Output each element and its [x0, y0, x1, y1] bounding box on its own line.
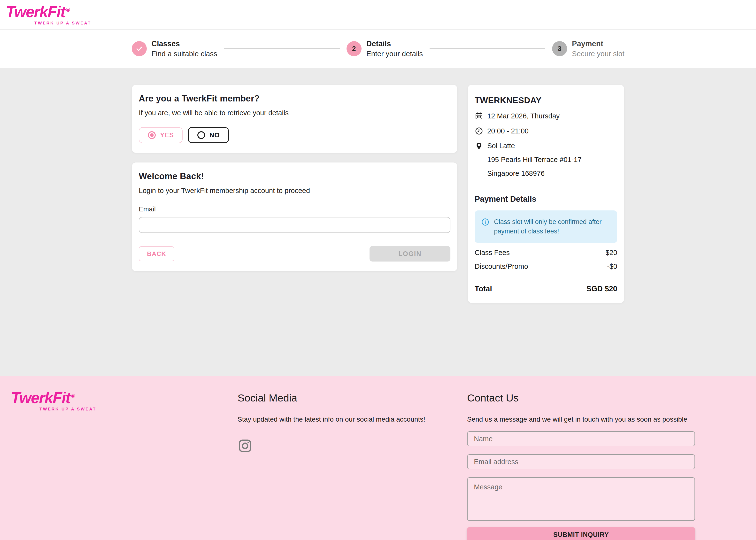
footer: TwerkFit® TWERK UP A SWEAT Social Media … — [0, 376, 756, 540]
registered-mark: ® — [66, 7, 69, 13]
progress-stepper: Classes Find a suitable class 2 Details … — [0, 30, 756, 68]
payment-details-heading: Payment Details — [475, 195, 617, 203]
payment-notice: Class slot will only be confirmed after … — [475, 210, 617, 243]
booking-address-line2: Singapore 168976 — [487, 170, 617, 178]
location-pin-icon — [475, 142, 483, 150]
booking-summary-card: TWERKNESDAY 12 Mar 2026, Thursday 20:00 … — [468, 85, 624, 303]
divider — [475, 278, 617, 278]
contact-name-input[interactable] — [467, 431, 695, 446]
fee-label: Class Fees — [475, 249, 510, 257]
registered-mark: ® — [71, 393, 74, 399]
instagram-icon[interactable] — [238, 438, 253, 453]
booking-venue: Sol Latte — [487, 142, 515, 150]
member-question-card: Are you a TwerkFit member? If you are, w… — [132, 85, 457, 153]
member-no-label: NO — [209, 131, 220, 139]
footer-brand-column: TwerkFit® TWERK UP A SWEAT — [11, 390, 238, 540]
fee-label: Discounts/Promo — [475, 262, 528, 270]
twerkfit-logo-footer[interactable]: TwerkFit® TWERK UP A SWEAT — [11, 390, 238, 411]
step-subtitle: Enter your details — [366, 50, 423, 58]
step-details-indicator: 2 — [346, 41, 361, 56]
social-media-text: Stay updated with the latest info on our… — [238, 416, 467, 423]
contact-form: SUBMIT INQUIRY — [467, 431, 695, 540]
fee-row-class-fees: Class Fees $20 — [475, 249, 617, 257]
member-question-subtitle: If you are, we will be able to retrieve … — [139, 109, 450, 117]
class-name: TWERKNESDAY — [475, 95, 617, 105]
logo-wordmark: TwerkFit® — [6, 4, 91, 20]
submit-inquiry-button[interactable]: SUBMIT INQUIRY — [467, 527, 695, 540]
contact-message-input[interactable] — [467, 477, 695, 521]
login-subtitle: Login to your TwerkFit membership accoun… — [139, 187, 450, 195]
member-yes-button[interactable]: YES — [139, 127, 183, 143]
member-no-button[interactable]: NO — [188, 127, 229, 143]
email-label: Email — [139, 205, 450, 213]
fee-row-discounts: Discounts/Promo -$0 — [475, 262, 617, 270]
fee-value: $20 — [606, 249, 617, 257]
member-yes-label: YES — [160, 131, 174, 139]
contact-email-input[interactable] — [467, 454, 695, 469]
step-connector — [430, 49, 545, 49]
social-media-heading: Social Media — [238, 392, 467, 404]
total-label: Total — [475, 285, 492, 293]
step-subtitle: Secure your slot — [572, 50, 624, 58]
booking-address-line1: 195 Pearls Hill Terrace #01-17 — [487, 156, 617, 164]
step-classes[interactable]: Classes Find a suitable class — [132, 40, 217, 58]
main-content: Are you a TwerkFit member? If you are, w… — [0, 68, 756, 376]
login-card: Welcome Back! Login to your TwerkFit mem… — [132, 163, 457, 271]
member-question-title: Are you a TwerkFit member? — [139, 93, 450, 104]
step-payment-indicator: 3 — [552, 41, 567, 56]
email-input[interactable] — [139, 217, 450, 233]
calendar-icon — [475, 112, 483, 120]
clock-icon — [475, 127, 483, 135]
payment-notice-text: Class slot will only be confirmed after … — [494, 217, 611, 236]
step-title: Classes — [152, 40, 217, 48]
step-connector — [224, 49, 339, 49]
contact-us-text: Send us a message and we will get in tou… — [467, 416, 695, 423]
booking-date: 12 Mar 2026, Thursday — [487, 112, 560, 120]
step-payment: 3 Payment Secure your slot — [552, 40, 624, 58]
step-title: Payment — [572, 40, 624, 48]
booking-date-row: 12 Mar 2026, Thursday — [475, 112, 617, 120]
radio-unselected-icon — [197, 131, 205, 139]
step-details[interactable]: 2 Details Enter your details — [346, 40, 423, 58]
login-title: Welcome Back! — [139, 171, 450, 181]
step-classes-indicator — [132, 41, 147, 56]
radio-selected-icon — [148, 131, 156, 139]
social-media-section: Social Media Stay updated with the lates… — [238, 390, 467, 540]
check-icon — [136, 45, 143, 52]
twerkfit-logo[interactable]: TwerkFit® TWERK UP A SWEAT — [6, 4, 91, 25]
fee-value: -$0 — [607, 262, 617, 270]
total-value: SGD $20 — [586, 285, 617, 293]
step-title: Details — [366, 40, 423, 48]
logo-tagline: TWERK UP A SWEAT — [34, 21, 91, 25]
logo-wordmark: TwerkFit® — [11, 390, 238, 406]
divider — [475, 187, 617, 187]
logo-tagline: TWERK UP A SWEAT — [40, 407, 238, 411]
login-button[interactable]: LOGIN — [370, 246, 450, 262]
step-subtitle: Find a suitable class — [152, 50, 217, 58]
header: TwerkFit® TWERK UP A SWEAT — [0, 0, 756, 30]
booking-time: 20:00 - 21:00 — [487, 127, 529, 135]
back-button[interactable]: BACK — [139, 246, 174, 261]
booking-time-row: 20:00 - 21:00 — [475, 127, 617, 135]
contact-us-section: Contact Us Send us a message and we will… — [467, 390, 695, 540]
booking-venue-row: Sol Latte — [475, 142, 617, 150]
contact-us-heading: Contact Us — [467, 392, 695, 404]
info-icon — [481, 218, 490, 226]
total-row: Total SGD $20 — [475, 285, 617, 293]
